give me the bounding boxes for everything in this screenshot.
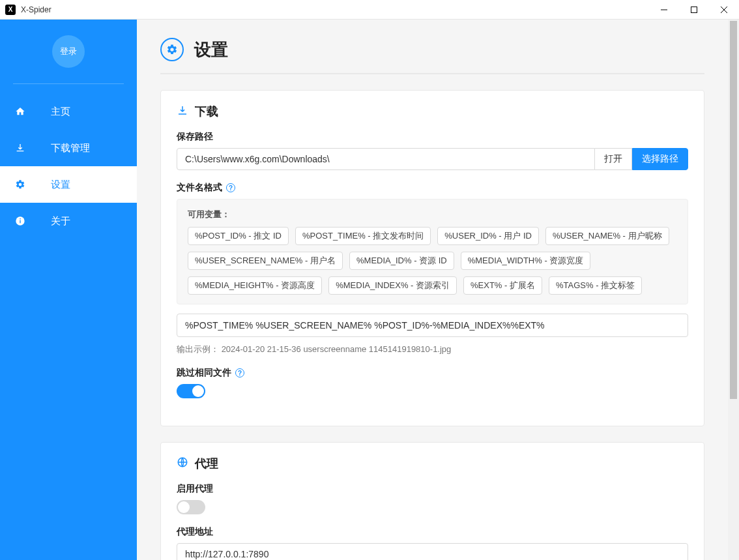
sidebar-item-about[interactable]: 关于 bbox=[0, 203, 137, 239]
scrollbar-thumb[interactable] bbox=[730, 21, 737, 399]
sidebar-divider bbox=[13, 83, 124, 84]
content-area: 设置 下载 保存路径 打开 选择路径 bbox=[137, 20, 728, 560]
scrollbar[interactable] bbox=[728, 20, 739, 560]
svg-point-3 bbox=[20, 218, 21, 220]
enable-proxy-toggle[interactable] bbox=[177, 500, 205, 514]
card-title-text: 代理 bbox=[195, 456, 218, 471]
sidebar-item-label: 关于 bbox=[51, 215, 70, 228]
save-path-input[interactable] bbox=[177, 148, 595, 170]
download-icon bbox=[14, 143, 26, 153]
svg-rect-0 bbox=[691, 7, 697, 12]
titlebar: X X-Spider bbox=[0, 0, 739, 20]
example-value: 2024-01-20 21-15-36 userscreenname 11451… bbox=[222, 344, 452, 354]
variable-tag[interactable]: %MEDIA_INDEX% - 资源索引 bbox=[328, 276, 457, 295]
card-title-text: 下载 bbox=[195, 104, 218, 119]
variable-tag[interactable]: %POST_ID% - 推文 ID bbox=[188, 227, 289, 245]
skip-same-label: 跳过相同文件 bbox=[177, 367, 231, 379]
variable-tag[interactable]: %POST_TIME% - 推文发布时间 bbox=[295, 227, 431, 245]
sidebar-item-downloads[interactable]: 下载管理 bbox=[0, 130, 137, 166]
sidebar: 登录 主页 下载管理 设置 bbox=[0, 20, 137, 560]
variable-tag[interactable]: %USER_SCREEN_NAME% - 用户名 bbox=[188, 252, 343, 270]
window-title: X-Spider bbox=[21, 5, 51, 14]
proxy-card: 代理 启用代理 代理地址 bbox=[160, 442, 704, 560]
proxy-address-label: 代理地址 bbox=[177, 526, 688, 538]
variables-panel: 可用变量： %POST_ID% - 推文 ID%POST_TIME% - 推文发… bbox=[177, 199, 688, 304]
page-divider bbox=[160, 73, 704, 74]
sidebar-item-settings[interactable]: 设置 bbox=[0, 166, 137, 203]
info-icon bbox=[14, 216, 26, 226]
variable-tag[interactable]: %TAGS% - 推文标签 bbox=[549, 276, 642, 295]
save-path-label: 保存路径 bbox=[177, 131, 688, 143]
skip-same-toggle[interactable] bbox=[177, 384, 205, 398]
download-icon bbox=[177, 104, 188, 119]
gear-icon bbox=[14, 179, 26, 190]
choose-path-button[interactable]: 选择路径 bbox=[632, 148, 688, 170]
sidebar-item-label: 下载管理 bbox=[51, 142, 90, 155]
proxy-address-input[interactable] bbox=[177, 543, 688, 560]
login-button[interactable]: 登录 bbox=[52, 35, 85, 68]
enable-proxy-label: 启用代理 bbox=[177, 483, 688, 495]
close-button[interactable] bbox=[709, 0, 739, 20]
filename-format-input[interactable] bbox=[177, 314, 688, 337]
help-icon[interactable]: ? bbox=[235, 368, 244, 377]
minimize-button[interactable] bbox=[649, 0, 679, 20]
gear-icon bbox=[160, 38, 184, 61]
sidebar-item-home[interactable]: 主页 bbox=[0, 93, 137, 130]
globe-icon bbox=[177, 456, 188, 471]
open-button[interactable]: 打开 bbox=[595, 148, 632, 170]
variable-tag[interactable]: %MEDIA_HEIGHT% - 资源高度 bbox=[188, 276, 322, 295]
variable-tag[interactable]: %USER_NAME% - 用户昵称 bbox=[545, 227, 669, 245]
variable-tag[interactable]: %USER_ID% - 用户 ID bbox=[437, 227, 539, 245]
svg-rect-2 bbox=[20, 220, 20, 224]
home-icon bbox=[14, 106, 26, 117]
vars-label: 可用变量： bbox=[188, 209, 677, 220]
variable-tag[interactable]: %MEDIA_WIDTH% - 资源宽度 bbox=[461, 252, 591, 270]
app-icon: X bbox=[5, 5, 16, 15]
example-label: 输出示例： bbox=[177, 344, 219, 354]
variable-tag[interactable]: %EXT% - 扩展名 bbox=[463, 276, 542, 295]
variable-tag[interactable]: %MEDIA_ID% - 资源 ID bbox=[349, 252, 454, 270]
sidebar-item-label: 主页 bbox=[51, 106, 70, 118]
maximize-button[interactable] bbox=[679, 0, 709, 20]
help-icon[interactable]: ? bbox=[226, 183, 235, 192]
sidebar-item-label: 设置 bbox=[51, 179, 70, 191]
download-card: 下载 保存路径 打开 选择路径 文件名格式 ? bbox=[160, 90, 704, 426]
filename-format-label: 文件名格式 bbox=[177, 182, 222, 194]
page-title: 设置 bbox=[194, 38, 228, 61]
